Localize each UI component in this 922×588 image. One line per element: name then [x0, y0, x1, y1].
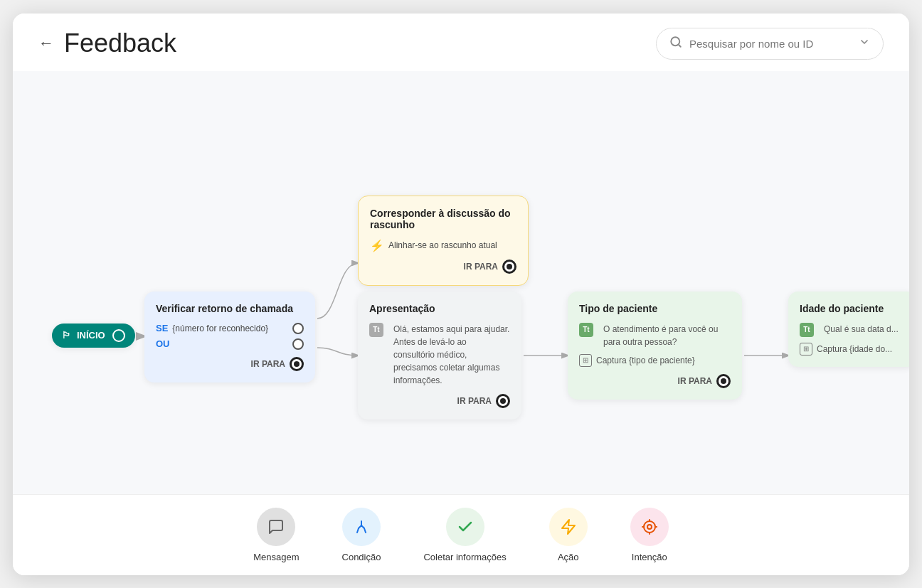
idade-question: Qual é sua data d...	[824, 323, 899, 336]
node-idade[interactable]: Idade do paciente Tt Qual é sua data d..…	[788, 292, 909, 367]
se-tag: SE	[156, 323, 168, 333]
condicao-label: Condição	[342, 552, 381, 562]
svg-line-1	[678, 44, 680, 46]
svg-line-3	[357, 528, 359, 533]
tipo-dot[interactable]	[716, 374, 731, 388]
header-left: ← Feedback	[38, 28, 176, 58]
idade-capture-icon: ⊞	[800, 343, 812, 356]
mensagem-icon	[257, 508, 295, 546]
idade-tt-icon: Tt	[800, 323, 814, 337]
search-icon	[669, 36, 682, 52]
start-connector[interactable]	[112, 329, 125, 342]
toolbar-intencao[interactable]: Intenção	[630, 508, 669, 562]
correspondencia-dot[interactable]	[502, 260, 516, 274]
ou-connector[interactable]	[292, 338, 304, 350]
se-text: {número for reconhecido}	[172, 324, 288, 333]
header: ← Feedback	[13, 14, 909, 71]
search-bar[interactable]	[656, 28, 884, 60]
apresentacao-dot[interactable]	[496, 394, 510, 408]
tipo-title: Tipo de paciente	[579, 303, 731, 314]
node-correspondencia[interactable]: Corresponder à discussão do rascunho ⚡ A…	[358, 196, 529, 286]
idade-title: Idade do paciente	[800, 303, 905, 314]
toolbar-condicao[interactable]: Condição	[342, 508, 381, 562]
bottom-toolbar: Mensagem Condição Coletar informações	[13, 494, 909, 575]
intencao-label: Intenção	[632, 552, 667, 562]
chevron-down-icon	[859, 36, 870, 50]
coletar-icon	[446, 508, 484, 546]
se-connector[interactable]	[292, 323, 304, 334]
svg-marker-5	[562, 520, 575, 534]
node-verificar[interactable]: Verificar retorno de chamada SE {número …	[144, 292, 315, 383]
node-start[interactable]: 🏳 INÍCIO	[52, 324, 135, 348]
coletar-label: Coletar informações	[423, 552, 506, 562]
verificar-title: Verificar retorno de chamada	[156, 303, 304, 314]
correspondencia-action: Alinhar-se ao rascunho atual	[388, 240, 512, 250]
lightning-icon: ⚡	[370, 239, 384, 252]
canvas-area: 🏳 INÍCIO Verificar retorno de chamada SE…	[13, 71, 909, 494]
node-tipo[interactable]: Tipo de paciente Tt O atendimento é para…	[568, 292, 742, 400]
svg-line-4	[364, 528, 366, 533]
back-button[interactable]: ←	[38, 36, 54, 51]
tipo-question: O atendimento é para você ou para outra …	[603, 323, 731, 348]
correspondencia-action-row: ⚡ Alinhar-se ao rascunho atual	[370, 239, 516, 252]
verificar-ir-para: IR PARA	[156, 357, 304, 371]
idade-capture-row: ⊞ Captura {idade do...	[800, 343, 905, 356]
search-input[interactable]	[689, 38, 852, 50]
svg-point-7	[647, 525, 652, 529]
ou-tag: OU	[156, 338, 170, 349]
toolbar-mensagem[interactable]: Mensagem	[253, 508, 299, 562]
tipo-ir-para: IR PARA	[579, 374, 731, 388]
intencao-icon	[630, 508, 669, 546]
start-label: INÍCIO	[77, 330, 105, 341]
flag-icon: 🏳	[62, 330, 71, 341]
capture-icon: ⊞	[579, 354, 592, 367]
tipo-capture: Captura {tipo de paciente}	[596, 354, 695, 367]
node-apresentacao[interactable]: Apresentação Tt Olá, estamos aqui para a…	[358, 292, 521, 419]
verificar-ou-row: OU	[156, 338, 304, 350]
svg-point-6	[644, 521, 655, 533]
app-window: ← Feedback	[13, 14, 909, 575]
tipo-capture-row: ⊞ Captura {tipo de paciente}	[579, 354, 731, 367]
verificar-se-row: SE {número for reconhecido}	[156, 323, 304, 334]
mensagem-label: Mensagem	[253, 552, 299, 562]
acao-label: Ação	[558, 552, 579, 562]
tipo-tt-icon: Tt	[579, 323, 593, 337]
apresentacao-ir-para: IR PARA	[369, 394, 510, 408]
toolbar-coletar[interactable]: Coletar informações	[423, 508, 506, 562]
toolbar-acao[interactable]: Ação	[549, 508, 588, 562]
tt-icon: Tt	[369, 323, 383, 337]
correspondencia-title: Corresponder à discussão do rascunho	[370, 208, 516, 230]
correspondencia-ir-para: IR PARA	[370, 260, 516, 274]
idade-capture: Captura {idade do...	[817, 343, 892, 356]
page-title: Feedback	[64, 28, 176, 58]
condicao-icon	[342, 508, 381, 546]
ir-para-dot[interactable]	[290, 357, 304, 371]
apresentacao-body: Olá, estamos aqui para ajudar. Antes de …	[393, 323, 510, 387]
acao-icon	[549, 508, 588, 546]
apresentacao-title: Apresentação	[369, 303, 510, 314]
